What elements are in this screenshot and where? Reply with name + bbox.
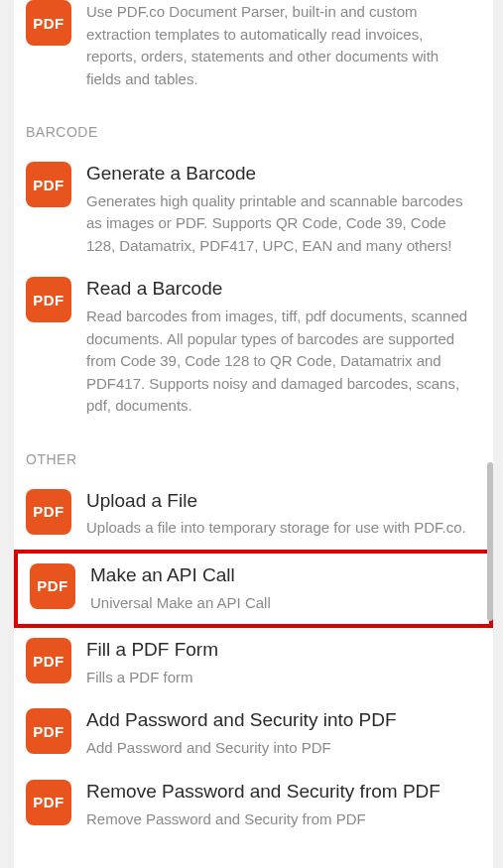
pdf-icon: PDF: [30, 563, 75, 609]
item-title: Upload a File: [86, 490, 475, 513]
item-text: Read a Barcode Read barcodes from images…: [86, 277, 475, 417]
item-text: Use PDF.co Document Parser, built-in and…: [86, 0, 475, 90]
item-title: Generate a Barcode: [86, 163, 475, 186]
pdf-icon: PDF: [26, 162, 71, 207]
item-title: Add Password and Security into PDF: [86, 709, 475, 732]
list-item[interactable]: PDF Add Password and Security into PDF A…: [14, 698, 493, 769]
item-description: Uploads a file into temporary storage fo…: [86, 517, 475, 540]
item-text: Upload a File Uploads a file into tempor…: [86, 489, 475, 540]
item-description: Read barcodes from images, tiff, pdf doc…: [86, 306, 475, 418]
highlighted-item-box: PDF Make an API Call Universal Make an A…: [14, 550, 493, 628]
pdf-icon: PDF: [26, 708, 71, 754]
item-title: Fill a PDF Form: [86, 639, 475, 662]
item-text: Make an API Call Universal Make an API C…: [90, 563, 471, 614]
scrollbar[interactable]: [487, 462, 493, 621]
list-item[interactable]: PDF Remove Password and Security from PD…: [14, 770, 493, 840]
list-item[interactable]: PDF Make an API Call Universal Make an A…: [18, 554, 489, 624]
pdf-icon: PDF: [26, 780, 71, 825]
icon-label: PDF: [33, 653, 64, 670]
item-description: Generates high quality printable and sca…: [86, 190, 475, 258]
item-title: Make an API Call: [90, 564, 471, 587]
list-item[interactable]: PDF Use PDF.co Document Parser, built-in…: [14, 0, 493, 100]
item-title: Remove Password and Security from PDF: [86, 781, 475, 804]
icon-label: PDF: [33, 177, 64, 193]
item-text: Remove Password and Security from PDF Re…: [86, 780, 475, 830]
icon-label: PDF: [33, 723, 64, 740]
pdf-icon: PDF: [26, 277, 71, 322]
item-text: Fill a PDF Form Fills a PDF form: [86, 638, 475, 688]
icon-label: PDF: [33, 503, 64, 520]
item-description: Fills a PDF form: [86, 667, 475, 689]
pdf-icon: PDF: [26, 0, 71, 46]
item-description: Universal Make an API Call: [90, 592, 471, 615]
list-item[interactable]: PDF Read a Barcode Read barcodes from im…: [14, 267, 493, 427]
item-description: Add Password and Security into PDF: [86, 737, 475, 760]
item-text: Add Password and Security into PDF Add P…: [86, 708, 475, 759]
item-title: Read a Barcode: [86, 278, 475, 301]
section-header-other: OTHER: [14, 428, 493, 479]
icon-label: PDF: [33, 794, 64, 810]
icon-label: PDF: [33, 292, 64, 309]
section-header-barcode: BARCODE: [14, 100, 493, 152]
pdf-icon: PDF: [26, 638, 71, 683]
action-list-panel: PDF Use PDF.co Document Parser, built-in…: [14, 0, 493, 868]
item-description: Use PDF.co Document Parser, built-in and…: [86, 1, 475, 90]
list-item[interactable]: PDF Generate a Barcode Generates high qu…: [14, 152, 493, 267]
list-item[interactable]: PDF Upload a File Uploads a file into te…: [14, 479, 493, 550]
pdf-icon: PDF: [26, 489, 71, 535]
list-item[interactable]: PDF Fill a PDF Form Fills a PDF form: [14, 628, 493, 698]
icon-label: PDF: [33, 15, 64, 32]
item-description: Remove Password and Security from PDF: [86, 808, 475, 831]
icon-label: PDF: [37, 577, 68, 594]
item-text: Generate a Barcode Generates high qualit…: [86, 162, 475, 257]
